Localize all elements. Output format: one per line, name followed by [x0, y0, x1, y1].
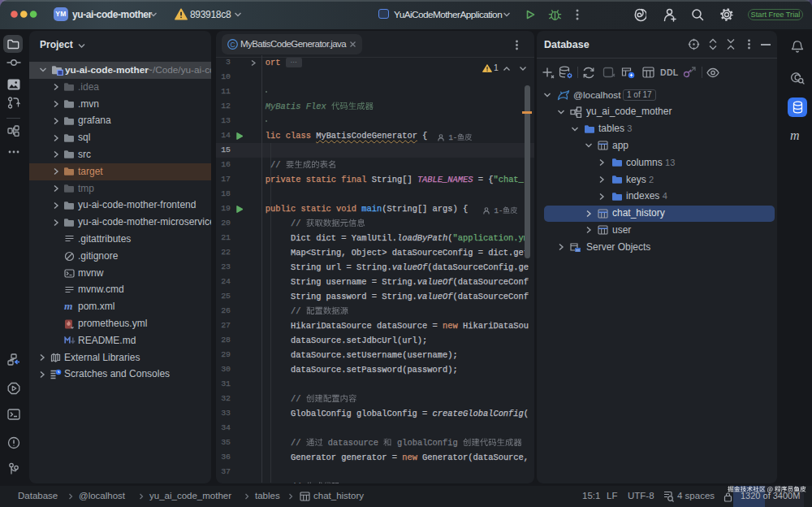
svg-text:C: C [230, 41, 235, 49]
